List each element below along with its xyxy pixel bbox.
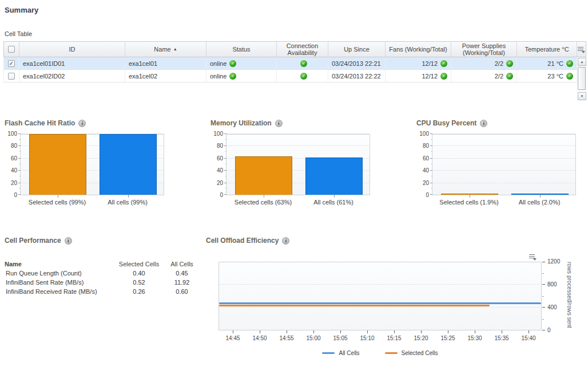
- column-header-status[interactable]: Status: [206, 42, 277, 57]
- table-cell: online✓: [206, 70, 277, 82]
- fans-ok-icon: ✓: [440, 60, 447, 67]
- table-cell: 2/2✓: [451, 70, 517, 82]
- column-header-fans-working-total-[interactable]: Fans (Working/Total): [386, 42, 451, 57]
- table-row[interactable]: ✓exa1cel01ID01exa1cel01online✓✓03/24/201…: [3, 57, 577, 70]
- y-tick: [430, 133, 432, 134]
- table-cell: ✓: [4, 57, 19, 69]
- y-tick-label: 0: [547, 327, 551, 333]
- info-icon[interactable]: i: [65, 237, 72, 245]
- legend-item-all-cells: All Cells: [322, 350, 359, 356]
- x-axis-label: 15:10: [360, 335, 374, 341]
- legend-label: Selected Cells: [402, 350, 438, 356]
- x-axis-label: All cells (99%): [108, 199, 148, 206]
- table-menu-icon[interactable]: [578, 46, 585, 53]
- x-axis-label: All cells (61%): [313, 199, 353, 206]
- y-tick-label: 1200: [547, 258, 560, 265]
- temperature-ok-icon: ✓: [566, 73, 573, 80]
- gridline: [432, 133, 575, 134]
- y-tick: [224, 133, 227, 134]
- select-all-checkbox[interactable]: [8, 46, 15, 53]
- y-tick-label: 0: [426, 192, 429, 198]
- legend-swatch: [385, 352, 398, 354]
- y-tick-label: 100: [7, 131, 17, 137]
- column-header-temperature-c[interactable]: Temperature °C: [517, 42, 577, 57]
- chart-title-row: CPU Busy Percenti: [416, 119, 577, 127]
- table-cell: exa1cel02ID02: [19, 70, 125, 82]
- table-cell: ✓: [277, 70, 328, 82]
- gridline: [219, 307, 541, 308]
- x-tick: [233, 330, 233, 333]
- info-icon[interactable]: i: [480, 120, 487, 127]
- chart-menu-icon[interactable]: [529, 254, 536, 260]
- bar-chart-body: 020406080100: [416, 134, 577, 195]
- y-tick-label: 0: [14, 192, 17, 198]
- table-row[interactable]: exa1cel02ID02exa1cel02online✓✓03/24/2013…: [3, 70, 577, 82]
- info-icon[interactable]: i: [78, 120, 86, 127]
- y-tick-label: 100: [419, 131, 429, 137]
- chart-title-row: Flash Cache Hit Ratioi: [5, 119, 165, 127]
- scroll-up-icon[interactable]: ▲: [578, 58, 586, 66]
- column-header-label: Name: [154, 46, 170, 53]
- y-tick-label: 80: [11, 143, 17, 149]
- y-tick-label: 800: [547, 281, 557, 288]
- cell-table-label: Cell Table: [5, 30, 585, 37]
- perf-row: InfiniBand Received Rate (MB/s)0.260.60: [5, 287, 202, 296]
- scroll-down-icon[interactable]: ▼: [578, 92, 586, 100]
- bar-chart-cpu-busy-percent: CPU Busy Percenti020406080100Selected ce…: [416, 119, 577, 207]
- column-header-power-supplies-working-total-[interactable]: Power Supplies (Working/Total): [451, 42, 517, 57]
- table-cell: 2/2✓: [451, 57, 517, 69]
- x-axis-labels: Selected cells (99%)All cells (99%): [20, 199, 164, 207]
- x-axis-label: 14:50: [252, 335, 267, 341]
- info-icon[interactable]: i: [282, 237, 289, 245]
- gridline: [227, 133, 370, 134]
- x-axis-label: 14:55: [279, 335, 293, 341]
- table-cell: exa1cel01ID01: [19, 57, 125, 69]
- perf-metric-value: 0.52: [116, 278, 162, 287]
- x-tick: [367, 330, 368, 333]
- y-tick: [542, 284, 545, 285]
- status-text: online: [210, 73, 227, 80]
- x-tick: [313, 330, 314, 333]
- status-ok-icon: ✓: [229, 73, 236, 80]
- table-cell: ✓: [277, 57, 328, 69]
- x-tick: [540, 195, 541, 198]
- line-chart-legend: All CellsSelected Cells: [218, 350, 542, 356]
- column-header-up-since[interactable]: Up Since: [328, 42, 386, 57]
- plot-area: [226, 134, 370, 195]
- table-cell: exa1cel02: [125, 70, 206, 82]
- y-tick: [224, 194, 227, 195]
- vertical-scrollbar[interactable]: ▲ ▼: [578, 58, 586, 100]
- y-tick: [224, 158, 227, 159]
- series-line-selected-cells: [219, 305, 490, 306]
- table-cell: 03/24/2013 22:22: [328, 70, 386, 82]
- x-tick: [128, 195, 129, 198]
- scrollbar-thumb[interactable]: [578, 67, 586, 90]
- info-icon[interactable]: i: [275, 120, 283, 127]
- y-minor-tick: [542, 319, 544, 320]
- perf-row: InfiniBand Sent Rate (MB/s)0.5211.92: [5, 278, 202, 287]
- y-tick-label: 60: [217, 155, 223, 162]
- table-cell: 12/12✓: [386, 70, 451, 82]
- page-title: Summary: [5, 6, 585, 14]
- row-checkbox[interactable]: ✓: [8, 60, 15, 67]
- column-header-connection-availability[interactable]: Connection Availability: [277, 42, 328, 57]
- bar-charts-row: Flash Cache Hit Ratioi020406080100Select…: [5, 119, 585, 207]
- column-header-select[interactable]: [4, 42, 19, 57]
- y-tick-label: 40: [423, 167, 429, 174]
- chart-title: CPU Busy Percent: [416, 119, 476, 127]
- column-header-id[interactable]: ID: [19, 42, 125, 57]
- column-header-name[interactable]: Name▲: [125, 42, 206, 57]
- bottom-row: Cell Performance i NameSelected CellsAll…: [5, 237, 585, 360]
- cell-table-body: ✓exa1cel01ID01exa1cel01online✓✓03/24/201…: [3, 57, 585, 82]
- table-cell: 03/24/2013 22:21: [328, 57, 386, 69]
- table-cell: 21 °C✓: [517, 57, 577, 69]
- y-tick-label: 40: [11, 167, 17, 174]
- x-axis-label: All cells (2.0%): [519, 199, 561, 206]
- power-ok-icon: ✓: [506, 60, 513, 67]
- bar-selected-cells: [29, 134, 86, 195]
- row-checkbox[interactable]: [8, 73, 15, 80]
- y-minor-tick: [542, 296, 544, 297]
- x-tick: [475, 330, 475, 333]
- cell-performance-table: NameSelected CellsAll Cells Run Queue Le…: [5, 259, 202, 296]
- y-tick: [18, 145, 21, 146]
